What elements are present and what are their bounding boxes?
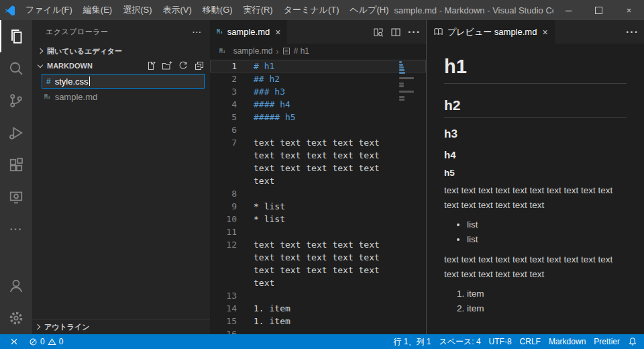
code-line[interactable]: 11 <box>210 226 426 238</box>
minimap-line <box>399 99 405 101</box>
line-content <box>254 328 399 334</box>
minimap[interactable] <box>399 61 417 103</box>
extensions-icon[interactable] <box>0 149 32 181</box>
settings-gear-icon[interactable] <box>0 302 32 334</box>
code-line[interactable]: 13 <box>210 289 426 302</box>
refresh-icon[interactable] <box>178 60 189 71</box>
open-editors-section[interactable]: 開いているエディター <box>32 44 210 58</box>
menu-item[interactable]: ヘルプ(H) <box>345 0 394 20</box>
tab-close-icon[interactable]: × <box>542 28 547 37</box>
vscode-logo-icon <box>0 5 20 15</box>
menu-item[interactable]: 表示(V) <box>158 0 197 20</box>
account-icon[interactable] <box>0 270 32 302</box>
run-debug-icon[interactable] <box>0 117 32 149</box>
line-number: 8 <box>210 187 237 200</box>
split-editor-icon[interactable] <box>390 27 401 38</box>
new-file-icon[interactable] <box>146 60 156 71</box>
preview-tab-bar: プレビュー sample.md × ··· <box>427 20 644 44</box>
menu-item[interactable]: 編集(E) <box>78 0 117 20</box>
line-content <box>254 123 399 136</box>
sidebar-title-row: エクスプローラー ··· <box>32 20 210 44</box>
line-content <box>254 289 399 302</box>
outline-section[interactable]: アウトライン <box>32 319 210 334</box>
more-actions-icon[interactable]: ··· <box>626 26 639 38</box>
open-preview-icon[interactable] <box>373 27 384 38</box>
tab-preview-sample-md[interactable]: プレビュー sample.md × <box>427 20 555 44</box>
status-item[interactable]: 行 1、列 1 <box>389 336 435 348</box>
file-item[interactable]: M↓ sample.md <box>32 89 210 104</box>
code-line[interactable]: 6 <box>210 123 426 136</box>
tab-sample-md[interactable]: M↓ sample.md × <box>210 20 288 44</box>
file-list: M↓ sample.md <box>32 89 210 104</box>
code-line[interactable]: 1 # h1 <box>210 60 426 72</box>
line-number: 9 <box>210 200 237 213</box>
code-line[interactable]: 3 ### h3 <box>210 85 426 98</box>
code-editor[interactable]: 1 # h1 2 ## h2 3 ### h3 <box>210 58 426 334</box>
window-controls: ─ × <box>553 0 644 20</box>
activity-bar: ··· <box>0 20 32 334</box>
tab-label: sample.md <box>227 27 270 37</box>
status-item[interactable]: スペース: 4 <box>435 336 484 348</box>
code-line[interactable]: 16 <box>210 328 426 334</box>
menu-item[interactable]: 実行(R) <box>238 0 278 20</box>
status-item[interactable]: Prettier <box>590 337 624 346</box>
collapse-all-icon[interactable] <box>194 60 205 71</box>
chevron-right-icon <box>35 324 40 330</box>
code-line[interactable]: 15 1. item <box>210 315 426 328</box>
search-icon[interactable] <box>0 52 32 85</box>
warning-icon <box>48 338 56 346</box>
breadcrumb-file[interactable]: sample.md <box>233 46 273 56</box>
code-line[interactable]: 5 ##### h5 <box>210 111 426 123</box>
minimap-line <box>399 72 405 74</box>
vscode-window: ファイル(F)編集(E)選択(S)表示(V)移動(G)実行(R)ターミナル(T)… <box>0 0 644 349</box>
menu-item[interactable]: 選択(S) <box>117 0 157 20</box>
tab-close-icon[interactable]: × <box>275 28 280 37</box>
remote-explorer-icon[interactable] <box>0 181 32 213</box>
more-icon[interactable]: ··· <box>0 213 32 246</box>
workspace-label: MARKDOWN <box>47 62 146 70</box>
source-control-icon[interactable] <box>0 85 32 117</box>
new-file-input-row: # style.css <box>32 73 210 89</box>
editor-tab-bar: M↓ sample.md × ··· <box>210 20 426 44</box>
menu-item[interactable]: ターミナル(T) <box>278 0 345 20</box>
status-item[interactable]: UTF-8 <box>485 337 516 346</box>
menu-item[interactable]: ファイル(F) <box>20 0 78 20</box>
code-line[interactable]: 14 1. item <box>210 302 426 315</box>
code-line[interactable]: 9 * list <box>210 200 426 213</box>
breadcrumb-symbol[interactable]: # h1 <box>294 46 309 56</box>
problems-indicator[interactable]: 0 0 <box>25 337 66 346</box>
line-number: 7 <box>210 136 237 149</box>
code-line[interactable]: 10 * list <box>210 213 426 226</box>
line-content: #### h4 <box>254 98 399 111</box>
code-line[interactable]: 7 text text text text text text text tex… <box>210 136 426 187</box>
more-actions-icon[interactable]: ··· <box>408 26 421 38</box>
minimap-line <box>399 61 402 63</box>
menu-item[interactable]: 移動(G) <box>197 0 238 20</box>
status-item[interactable]: CRLF <box>516 337 545 346</box>
preview-list-item: list <box>467 232 627 247</box>
bell-icon[interactable] <box>624 337 644 346</box>
explorer-icon[interactable] <box>0 20 32 52</box>
maximize-button[interactable] <box>584 0 614 20</box>
preview-block-ol: itemitem <box>444 287 627 316</box>
line-content: # h1 <box>254 60 399 72</box>
code-line[interactable]: 12 text text text text text text text te… <box>210 238 426 289</box>
chevron-right-icon <box>38 48 43 54</box>
new-file-input[interactable]: # style.css <box>42 74 205 89</box>
workspace-section[interactable]: MARKDOWN <box>32 58 210 73</box>
new-folder-icon[interactable] <box>162 60 172 71</box>
code-line[interactable]: 8 <box>210 187 426 200</box>
line-number: 6 <box>210 123 237 136</box>
code-line[interactable]: 4 #### h4 <box>210 98 426 111</box>
window-title: sample.md - Markdown - Visual Studio Cod… <box>394 5 553 15</box>
status-item[interactable]: Markdown <box>545 337 590 346</box>
code-line[interactable]: 2 ## h2 <box>210 72 426 85</box>
remote-icon[interactable] <box>5 337 23 346</box>
close-button[interactable]: × <box>614 0 644 20</box>
css-hash-icon: # <box>46 77 51 86</box>
minimize-button[interactable]: ─ <box>553 0 584 20</box>
minimap-line <box>399 69 405 71</box>
preview-list-item: list <box>467 217 627 232</box>
preview-list-item: item <box>467 287 627 301</box>
sidebar-more-icon[interactable]: ··· <box>193 28 202 36</box>
